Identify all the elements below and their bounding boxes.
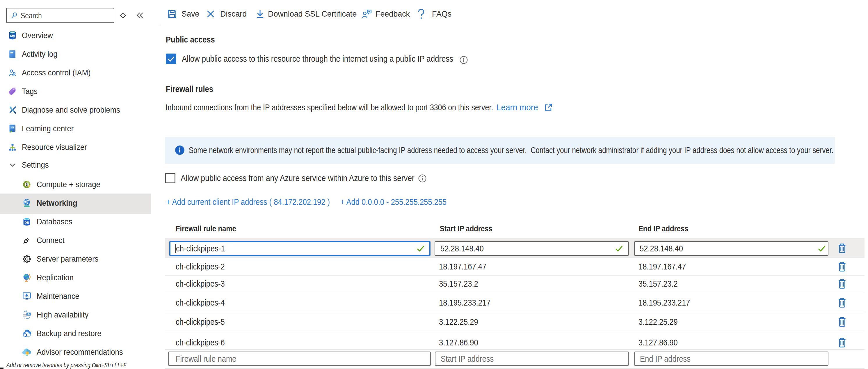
svg-text:My: My xyxy=(10,34,15,38)
svg-text:$: $ xyxy=(26,182,28,186)
svg-text:101: 101 xyxy=(10,126,14,129)
svg-text:DB: DB xyxy=(25,221,29,224)
